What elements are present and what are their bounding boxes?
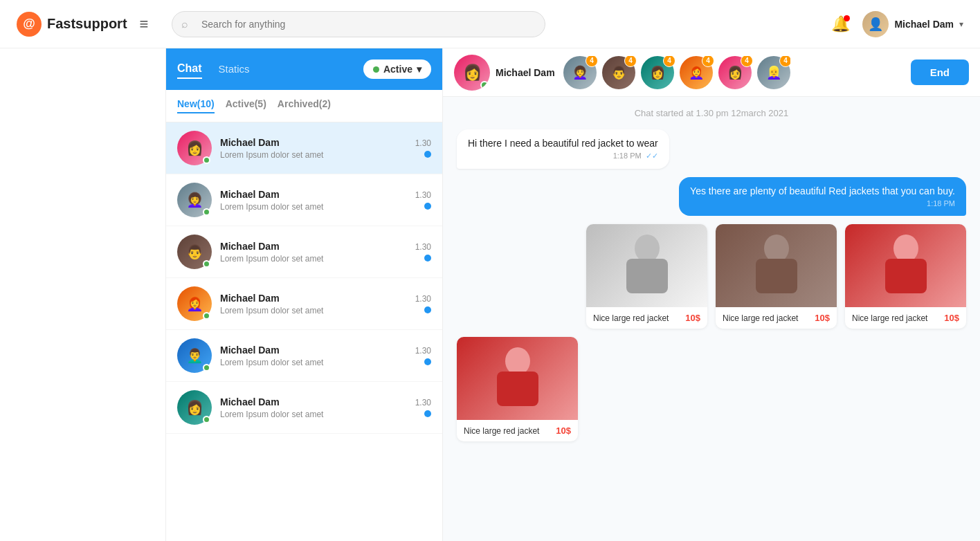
navbar-right: 🔔 👤 Michael Dam ▾	[831, 11, 963, 37]
unread-dot	[424, 255, 431, 262]
active-online-dot	[480, 81, 489, 89]
product-price: 10$	[556, 425, 571, 436]
list-item[interactable]: 👩 Michael Dam Lorem Ipsum dolor set amet…	[166, 382, 442, 434]
filter-archived[interactable]: Archived(2)	[278, 98, 331, 113]
message-bubble-received: Hi there I need a beautiful red jacket t…	[457, 129, 669, 169]
svg-rect-7	[497, 372, 538, 406]
svg-point-4	[893, 235, 918, 262]
chat-panel: Chat Statics Active ▾ New(10) Active(5) …	[166, 48, 443, 541]
tab-statics[interactable]: Statics	[219, 63, 250, 76]
messages-area: Chat started at 1.30 pm 12march 2021 Hi …	[443, 97, 980, 541]
user-name: Michael Dam	[894, 19, 954, 30]
unread-dot	[424, 358, 431, 365]
chat-name: Michael Dam	[220, 137, 407, 148]
product-card[interactable]: Nice large red jacket 10$	[457, 337, 578, 441]
chat-preview: Lorem Ipsum dolor set amet	[220, 410, 407, 419]
avatar: 👤	[862, 11, 889, 37]
product-info: Nice large red jacket 10$	[845, 307, 966, 329]
notification-button[interactable]: 🔔	[831, 15, 850, 33]
list-item[interactable]: 👨 Michael Dam Lorem Ipsum dolor set amet…	[166, 226, 442, 278]
product-label: Nice large red jacket	[593, 313, 669, 323]
filter-new[interactable]: New(10)	[177, 98, 215, 113]
logo-icon: @	[17, 12, 42, 37]
unread-dot	[424, 410, 431, 417]
chat-panel-header: Chat Statics Active ▾	[166, 48, 442, 90]
avatar-wrap: 👨	[177, 235, 212, 269]
avatar-wrap: 👩‍🦰	[177, 286, 212, 321]
end-button[interactable]: End	[911, 59, 969, 85]
header-badge: 4	[586, 56, 598, 67]
search-bar: ⌕	[172, 11, 545, 37]
svg-rect-5	[885, 259, 927, 293]
list-item[interactable]: 👨‍🦱 Michael Dam Lorem Ipsum dolor set am…	[166, 330, 442, 382]
active-user-avatar: 👩	[454, 55, 490, 91]
avatar-wrap: 👩	[177, 131, 212, 165]
check-icon: ✓✓	[646, 152, 658, 160]
chat-meta: 1.30	[415, 294, 431, 313]
tab-chat[interactable]: Chat	[177, 59, 202, 79]
product-image	[716, 224, 837, 307]
list-item[interactable]: 👩‍🦱 Michael Dam Lorem Ipsum dolor set am…	[166, 174, 442, 226]
chat-meta: 1.30	[415, 190, 431, 210]
user-menu[interactable]: 👤 Michael Dam ▾	[862, 11, 963, 37]
chat-meta: 1.30	[415, 138, 431, 158]
header-badge: 4	[624, 56, 637, 67]
dropdown-chevron-icon: ▾	[417, 64, 421, 75]
product-price: 10$	[685, 313, 700, 323]
online-indicator	[203, 260, 210, 268]
product-image	[845, 224, 966, 307]
chat-preview: Lorem Ipsum dolor set amet	[220, 306, 407, 315]
chat-time: 1.30	[415, 398, 431, 407]
header-avatar-wrap: 👩 4	[718, 56, 752, 89]
unread-dot	[424, 151, 431, 158]
chat-info: Michael Dam Lorem Ipsum dolor set amet	[220, 137, 407, 160]
chat-name: Michael Dam	[220, 293, 407, 304]
online-indicator	[203, 208, 210, 216]
product-info: Nice large red jacket 10$	[716, 307, 837, 329]
product-label: Nice large red jacket	[723, 313, 798, 323]
product-single-row: Nice large red jacket 10$	[457, 337, 966, 441]
online-indicator	[203, 312, 210, 320]
chat-window-header: 👩 Michael Dam 👩‍🦱 4 👨 4 👩 4 👩‍🦰	[443, 48, 980, 97]
hamburger-icon[interactable]: ≡	[140, 15, 149, 33]
product-card[interactable]: Nice large red jacket 10$	[586, 224, 707, 329]
chevron-down-icon: ▾	[959, 19, 963, 29]
list-item[interactable]: 👩‍🦰 Michael Dam Lorem Ipsum dolor set am…	[166, 278, 442, 330]
chat-meta: 1.30	[415, 242, 431, 262]
chat-info: Michael Dam Lorem Ipsum dolor set amet	[220, 241, 407, 264]
chat-time: 1.30	[415, 242, 431, 252]
message-row-sent: Yes there are plenty of beautiful Red ja…	[457, 177, 966, 216]
product-card[interactable]: Nice large red jacket 10$	[716, 224, 837, 329]
header-avatar-wrap: 👨 4	[602, 56, 635, 89]
filter-active[interactable]: Active(5)	[226, 98, 266, 113]
message-time: 1:18 PM	[690, 199, 955, 208]
chat-meta: 1.30	[415, 346, 431, 365]
header-badge: 4	[741, 56, 753, 67]
chat-preview: Lorem Ipsum dolor set amet	[220, 202, 407, 212]
product-label: Nice large red jacket	[852, 313, 927, 323]
active-user-name: Michael Dam	[496, 67, 558, 78]
product-image	[586, 224, 707, 307]
online-indicator	[203, 156, 210, 164]
chat-window: 👩 Michael Dam 👩‍🦱 4 👨 4 👩 4 👩‍🦰	[443, 48, 980, 541]
avatar-wrap: 👨‍🦱	[177, 338, 212, 373]
chat-info: Michael Dam Lorem Ipsum dolor set amet	[220, 189, 407, 212]
active-label: Active	[383, 64, 412, 75]
avatar-wrap: 👩‍🦱	[177, 183, 212, 217]
search-input[interactable]	[172, 11, 545, 37]
product-card[interactable]: Nice large red jacket 10$	[845, 224, 966, 329]
chat-preview: Lorem Ipsum dolor set amet	[220, 150, 407, 160]
product-image	[457, 337, 578, 420]
list-item[interactable]: 👩 Michael Dam Lorem Ipsum dolor set amet…	[166, 122, 442, 174]
svg-point-2	[764, 235, 789, 262]
message-text: Hi there I need a beautiful red jacket t…	[468, 138, 658, 149]
header-avatar-wrap: 👩‍🦱 4	[563, 56, 597, 89]
app-name: Fastsupport	[47, 16, 127, 32]
notification-badge	[844, 15, 850, 21]
message-time: 1:18 PM ✓✓	[468, 152, 658, 161]
message-bubble-sent: Yes there are plenty of beautiful Red ja…	[679, 177, 966, 216]
product-cards-row: Nice large red jacket 10$ Nice large red…	[457, 224, 966, 329]
active-dropdown[interactable]: Active ▾	[363, 59, 431, 79]
chat-name: Michael Dam	[220, 345, 407, 356]
active-status-dot	[373, 66, 379, 73]
